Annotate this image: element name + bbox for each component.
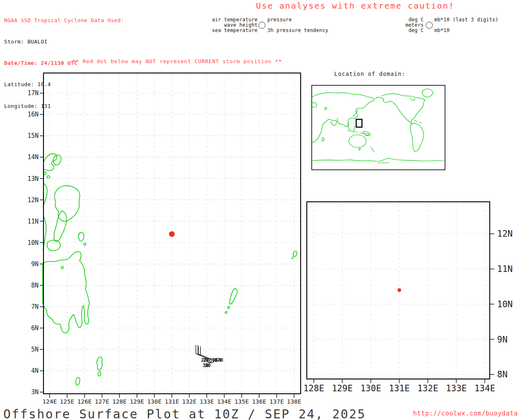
- world-map: [312, 85, 445, 170]
- lon-tick-label: 138E: [287, 398, 301, 405]
- legend-air-temperature-label: air temperature: [185, 17, 258, 23]
- legend-unit-tendency: mb*10: [434, 27, 450, 33]
- coastline: [98, 372, 101, 376]
- lon-tick-label: 130E: [361, 383, 381, 393]
- lat-tick-label: 11N: [27, 218, 39, 225]
- coastline: [97, 357, 102, 370]
- lat-tick-label: 6N: [31, 324, 39, 332]
- world-coastline: [381, 94, 425, 123]
- domain-location-box: [356, 119, 362, 127]
- world-coastline: [312, 92, 375, 143]
- lon-tick-label: 129E: [332, 383, 353, 393]
- lat-tick-label: 12N: [27, 196, 39, 204]
- lon-tick-label: 137E: [269, 398, 284, 405]
- buoy-plot-page: 124E125E126E127E128E129E130E131E132E133E…: [0, 0, 525, 420]
- lat-tick-label: 3N: [31, 388, 39, 396]
- world-coastline: [331, 118, 338, 126]
- lon-tick-label: 131E: [389, 383, 410, 393]
- world-coastline: [377, 162, 389, 163]
- coastline: [84, 243, 86, 245]
- coastline: [225, 311, 227, 313]
- coastline: [47, 240, 60, 251]
- lon-tick-label: 129E: [130, 398, 144, 405]
- lon-tick-label: 135E: [235, 398, 249, 405]
- world-coastline: [410, 98, 415, 100]
- lon-tick-label: 132E: [182, 398, 196, 405]
- station-plot: 2807030: [198, 345, 224, 368]
- lat-tick-label: 11N: [497, 264, 513, 274]
- storm-position-warning: ** Red dot below may NOT represent CURRE…: [72, 58, 282, 64]
- page-title: Offshore Surface Plot at 10Z / SEP 24, 2…: [3, 407, 366, 420]
- lon-tick-label: 126E: [78, 398, 92, 405]
- world-map-border: [312, 85, 445, 170]
- coastline: [78, 233, 84, 241]
- legend-sea-temperature-label: sea temperature: [185, 27, 258, 33]
- world-coastline: [376, 97, 412, 124]
- lon-tick-label: 131E: [165, 398, 179, 405]
- lat-tick-label: 14N: [27, 153, 39, 161]
- coastline: [292, 257, 293, 259]
- world-coastline: [359, 148, 361, 150]
- world-coastline: [348, 130, 358, 132]
- info-storm-name: Storm: BUALOI: [4, 38, 124, 45]
- lat-tick-label: 10N: [497, 299, 513, 309]
- lon-tick-label: 127E: [95, 398, 109, 405]
- legend-unit-air: deg C: [390, 17, 424, 23]
- lat-tick-label: 8N: [31, 282, 39, 289]
- world-coastline: [422, 89, 433, 97]
- storm-position-dot: [169, 231, 175, 237]
- lon-tick-label: 128E: [304, 383, 324, 393]
- world-coastline: [371, 147, 374, 152]
- station-pressure: 070: [215, 357, 224, 363]
- info-source-line: NOAA SSD Tropical Cyclone Data Used:: [4, 17, 124, 24]
- world-coastline: [324, 107, 326, 110]
- coastline: [293, 251, 297, 257]
- coastline: [54, 211, 66, 241]
- legend-unit-sea: deg C: [390, 27, 424, 33]
- info-latitude: Latitude: 10.4: [4, 81, 124, 88]
- lat-tick-label: 10N: [27, 239, 39, 247]
- legend-unit-pressure: mb*10 (last 3 digits): [434, 17, 498, 23]
- world-coastline: [313, 158, 444, 161]
- coastline: [76, 377, 80, 385]
- lat-tick-label: 4N: [31, 367, 39, 374]
- zoom-map: 128E129E130E131E132E133E134E12N11N10N9N8…: [304, 202, 513, 393]
- coastline: [228, 306, 229, 308]
- station-sea-temp: 30: [205, 363, 210, 368]
- world-coastline: [349, 135, 366, 148]
- lon-tick-label: 132E: [418, 383, 438, 393]
- lat-tick-label: 9N: [31, 260, 39, 268]
- storm-position-dot: [397, 288, 401, 292]
- lon-tick-label: 134E: [475, 383, 495, 393]
- lat-tick-label: 15N: [27, 132, 39, 139]
- lon-tick-label: 130E: [147, 398, 162, 405]
- station-air-temp: 28: [203, 357, 209, 363]
- inset-map-title: Location of domain:: [334, 71, 405, 77]
- coastline: [229, 289, 237, 304]
- lon-tick-label: 133E: [446, 383, 467, 393]
- legend-pressure-label: pressure: [267, 17, 292, 23]
- world-coastline: [414, 121, 421, 123]
- lat-tick-label: 5N: [31, 346, 39, 353]
- lon-tick-label: 128E: [112, 398, 127, 405]
- legend-units-station-circle-icon: [426, 22, 433, 29]
- info-longitude: Longitude: 131: [4, 103, 124, 110]
- world-coastline: [410, 123, 424, 151]
- source-url: http://coolwx.com/buoydata: [413, 410, 518, 417]
- lon-tick-label: 133E: [200, 398, 214, 405]
- lat-tick-label: 13N: [27, 175, 39, 183]
- legend-unit-wave: meters: [390, 22, 424, 28]
- legend-station-circle-icon: [258, 22, 265, 29]
- lon-tick-label: 125E: [60, 398, 74, 405]
- lat-tick-label: 7N: [31, 303, 39, 310]
- lat-tick-label: 8N: [497, 370, 507, 379]
- caution-heading: Use analyses with extreme caution!: [256, 1, 454, 11]
- lon-tick-label: 124E: [43, 398, 57, 405]
- lon-tick-label: 134E: [217, 398, 231, 405]
- lat-tick-label: 9N: [497, 335, 507, 345]
- lat-tick-label: 12N: [497, 229, 513, 239]
- legend-pressure-tendency-label: 3h pressure tendency: [267, 27, 329, 33]
- legend-wave-height-label: wave height: [185, 22, 258, 28]
- world-coastline: [322, 137, 324, 141]
- coastline: [47, 176, 50, 178]
